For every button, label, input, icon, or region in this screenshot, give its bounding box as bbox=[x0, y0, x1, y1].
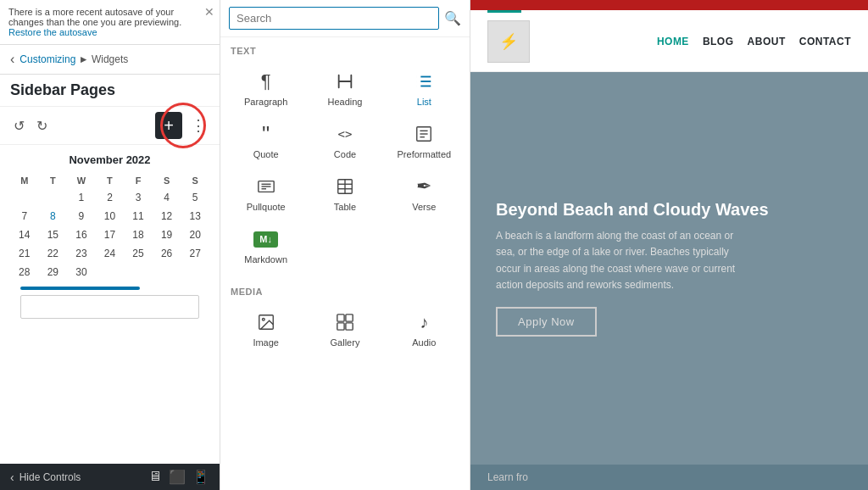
notice-bar: There is a more recent autosave of your … bbox=[0, 0, 220, 45]
restore-link[interactable]: Restore the autosave bbox=[8, 27, 97, 37]
media-blocks-grid: Image Gallery ♪ Audio bbox=[220, 300, 470, 361]
day-header-thu: T bbox=[96, 173, 125, 188]
hero-section: Beyond Beach and Cloudy Waves A beach is… bbox=[470, 72, 868, 465]
add-block-button[interactable]: + bbox=[155, 112, 182, 139]
table-icon bbox=[336, 175, 354, 198]
site-preview-panel: ⚡ HOME BLOG ABOUT CONTACT Beyond Beach a… bbox=[470, 0, 868, 490]
verse-icon: ✒ bbox=[416, 175, 431, 198]
code-icon: <> bbox=[338, 122, 353, 146]
left-panel: There is a more recent autosave of your … bbox=[0, 0, 220, 490]
pullquote-icon bbox=[257, 175, 275, 198]
quote-icon: " bbox=[262, 122, 270, 146]
gallery-icon bbox=[336, 310, 354, 334]
block-table[interactable]: Table bbox=[306, 168, 383, 219]
hide-controls-bar: ‹ Hide Controls 🖥 ⬛ 📱 bbox=[0, 464, 220, 490]
input-preview[interactable] bbox=[20, 295, 199, 319]
paragraph-label: Paragraph bbox=[244, 97, 287, 107]
block-audio[interactable]: ♪ Audio bbox=[386, 303, 463, 354]
block-image[interactable]: Image bbox=[227, 303, 304, 354]
calendar-day-8[interactable]: 8 bbox=[39, 207, 68, 226]
logo-icon: ⚡ bbox=[499, 32, 518, 51]
apply-now-button[interactable]: Apply Now bbox=[496, 307, 597, 337]
calendar-grid: M T W T F S S 1 2 3 4 5 bbox=[10, 173, 209, 281]
view-icons: 🖥 ⬛ 📱 bbox=[148, 469, 209, 485]
text-section-label: TEXT bbox=[220, 37, 470, 59]
block-preformatted[interactable]: Preformatted bbox=[386, 115, 463, 166]
editor-toolbar: ↺ ↻ + ⋮ bbox=[0, 107, 220, 145]
list-icon bbox=[415, 70, 433, 93]
block-quote[interactable]: " Quote bbox=[227, 115, 304, 166]
calendar-area: November 2022 M T W T F S S 1 2 bbox=[0, 145, 220, 490]
block-verse[interactable]: ✒ Verse bbox=[386, 168, 463, 219]
image-icon bbox=[257, 310, 275, 334]
scroll-indicator bbox=[20, 287, 140, 290]
audio-icon: ♪ bbox=[420, 310, 428, 334]
notice-text: There is a more recent autosave of your … bbox=[8, 7, 181, 27]
block-paragraph[interactable]: ¶ Paragraph bbox=[227, 63, 304, 114]
undo-button[interactable]: ↺ bbox=[10, 116, 28, 136]
day-header-mon: M bbox=[10, 173, 39, 188]
search-row: 🔍 bbox=[220, 0, 470, 37]
block-inserter-panel: 🔍 TEXT ¶ Paragraph Heading List " Quote … bbox=[220, 0, 470, 490]
block-pullquote[interactable]: Pullquote bbox=[227, 168, 304, 219]
prev-arrow-icon[interactable]: ‹ bbox=[10, 471, 14, 484]
redo-button[interactable]: ↻ bbox=[33, 116, 51, 136]
hide-controls-left: ‹ Hide Controls bbox=[10, 471, 81, 484]
customizer-breadcrumb: ‹ Customizing ► Widgets bbox=[0, 45, 220, 75]
block-list[interactable]: List bbox=[386, 63, 463, 114]
close-icon[interactable]: ✕ bbox=[204, 5, 214, 19]
teal-accent-bar bbox=[487, 10, 521, 13]
calendar-week-3: 14 15 16 17 18 19 20 bbox=[10, 226, 209, 244]
block-heading[interactable]: Heading bbox=[306, 63, 383, 114]
back-arrow-icon[interactable]: ‹ bbox=[10, 52, 14, 67]
site-red-bar bbox=[470, 0, 868, 10]
verse-label: Verse bbox=[412, 202, 436, 212]
calendar-week-1: 1 2 3 4 5 bbox=[10, 188, 209, 207]
nav-about[interactable]: ABOUT bbox=[748, 36, 786, 47]
hide-controls-label[interactable]: Hide Controls bbox=[19, 471, 81, 483]
calendar-week-5: 28 29 30 bbox=[10, 263, 209, 281]
audio-label: Audio bbox=[412, 337, 436, 348]
preformatted-label: Preformatted bbox=[398, 149, 452, 159]
day-header-sat: S bbox=[153, 173, 181, 188]
block-markdown[interactable]: M↓ Markdown bbox=[227, 220, 304, 271]
svg-point-19 bbox=[262, 318, 264, 320]
hero-title: Beyond Beach and Cloudy Waves bbox=[496, 200, 843, 220]
nav-contact[interactable]: CONTACT bbox=[799, 36, 851, 47]
tablet-icon[interactable]: ⬛ bbox=[169, 469, 186, 485]
heading-icon bbox=[336, 70, 354, 93]
svg-rect-23 bbox=[346, 323, 353, 330]
breadcrumb: Customizing ► Widgets bbox=[19, 53, 128, 65]
calendar-week-2: 7 8 9 10 11 12 13 bbox=[10, 207, 209, 226]
nav-home[interactable]: HOME bbox=[657, 36, 689, 47]
block-code[interactable]: <> Code bbox=[306, 115, 383, 166]
block-gallery[interactable]: Gallery bbox=[306, 303, 383, 354]
preformatted-icon bbox=[415, 122, 433, 146]
desktop-icon[interactable]: 🖥 bbox=[148, 469, 162, 485]
search-button[interactable]: 🔍 bbox=[444, 10, 461, 26]
customizing-link[interactable]: Customizing bbox=[19, 53, 75, 65]
day-header-fri: F bbox=[124, 173, 153, 188]
pullquote-label: Pullquote bbox=[247, 202, 286, 212]
svg-rect-22 bbox=[337, 323, 344, 330]
mobile-icon[interactable]: 📱 bbox=[192, 469, 209, 485]
svg-rect-20 bbox=[337, 315, 344, 321]
learn-more-bar: Learn fro bbox=[470, 465, 868, 490]
sidebar-title: Sidebar Pages bbox=[0, 75, 220, 107]
calendar-title: November 2022 bbox=[10, 153, 209, 166]
site-logo: ⚡ bbox=[487, 20, 530, 63]
nav-blog[interactable]: BLOG bbox=[703, 36, 734, 47]
text-blocks-grid: ¶ Paragraph Heading List " Quote <> Code bbox=[220, 59, 470, 278]
media-section-label: MEDIA bbox=[220, 278, 470, 300]
more-options-button[interactable]: ⋮ bbox=[187, 114, 209, 136]
search-input[interactable] bbox=[229, 7, 439, 30]
svg-rect-21 bbox=[346, 315, 353, 321]
markdown-label: Markdown bbox=[244, 254, 287, 264]
gallery-label: Gallery bbox=[331, 337, 360, 348]
calendar-week-4: 21 22 23 24 25 26 27 bbox=[10, 244, 209, 263]
list-label: List bbox=[417, 97, 431, 107]
site-nav: HOME BLOG ABOUT CONTACT bbox=[657, 36, 851, 47]
learn-more-text: Learn fro bbox=[487, 471, 528, 483]
quote-label: Quote bbox=[253, 149, 279, 159]
day-header-wed: W bbox=[67, 173, 96, 188]
